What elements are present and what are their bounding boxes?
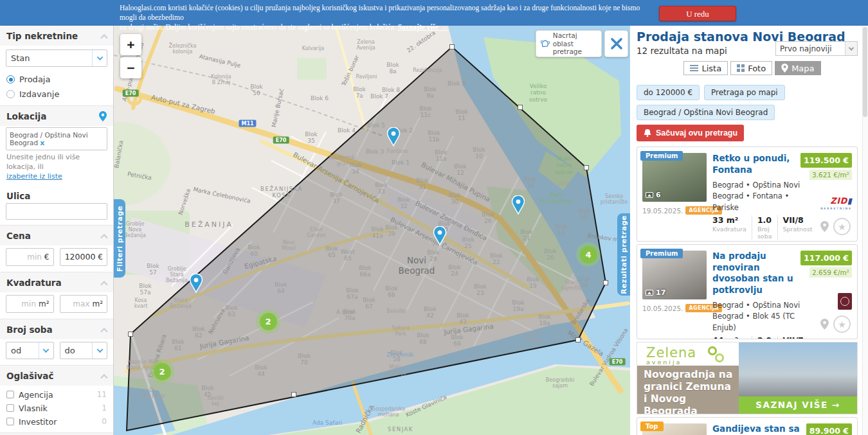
chevron-up-icon [100, 34, 107, 41]
zoom-out-button[interactable]: − [120, 57, 141, 78]
scrollbar-thumb[interactable] [863, 27, 867, 117]
area-max-input[interactable]: max m² [60, 295, 108, 313]
cookie-accept-button[interactable]: U redu [659, 6, 736, 21]
listing-location: Beograd • Opština Novi Beograd • Blok 45… [712, 300, 808, 333]
filters-tab[interactable]: Filteri pretrage [114, 199, 125, 278]
price-badge: 89.900 € [806, 423, 852, 435]
section-cena[interactable]: Cena [0, 225, 113, 245]
chevron-down-icon [92, 342, 107, 359]
listing-card[interactable]: Top Halo Gandijeva stan sa lođom Гандиев… [637, 417, 858, 435]
cookie-text: Halooglasi.com koristi kolačiće (cookies… [120, 3, 653, 32]
remove-tag-icon[interactable]: x [40, 139, 44, 147]
sort-select[interactable]: Prvo najnoviji [775, 41, 858, 56]
ad-logo: Zelena avenija [637, 342, 739, 366]
section-tip-objekta[interactable]: Tip objekta [0, 432, 113, 435]
ad-cta-button[interactable]: SAZNAJ VIŠE → [739, 396, 857, 414]
cluster-marker[interactable]: 4 [576, 242, 601, 267]
listing-card[interactable]: Premium 17 10.05.2025. AGENCIJA Na proda… [637, 244, 858, 339]
save-search-button[interactable]: Sačuvaj ovu pretragu [637, 125, 744, 141]
map-view[interactable]: Železnička kolonijaAtanasija PuljeAuto-p… [114, 26, 630, 435]
promo-badge: Premium [640, 151, 683, 161]
ad-banner[interactable]: Zelena avenija Novogradnja na granici Ze… [637, 342, 858, 414]
listing-title[interactable]: Gandijeva stan sa lođom Гандиева квартир… [712, 423, 808, 435]
price-min-input[interactable]: min € [6, 248, 54, 266]
checkbox[interactable] [6, 391, 14, 398]
map-pin-marker[interactable] [433, 226, 447, 245]
price-badge: 119.500 € [800, 153, 852, 168]
polygon-vertex-handle[interactable] [575, 337, 581, 342]
results-tab[interactable]: Rezultati pretrage [617, 213, 630, 296]
tab-foto[interactable]: Foto [730, 61, 772, 75]
checkbox[interactable] [6, 418, 14, 425]
checkbox-row[interactable]: Investitor0 [0, 415, 113, 429]
location-tag-input[interactable]: Beograd / Opština Novi Beogradx [6, 127, 107, 150]
listing-photo[interactable]: Top Halo [642, 423, 707, 435]
tab-lista[interactable]: Lista [683, 61, 728, 75]
filter-chip[interactable]: Pretraga po mapi [704, 85, 785, 100]
tab-mapa[interactable]: Mapa [775, 61, 820, 75]
choose-from-list-link[interactable]: izaberite iz liste [6, 172, 62, 181]
show-on-map-icon[interactable] [820, 221, 829, 232]
listing-photo[interactable]: Premium 17 [642, 251, 707, 299]
zoom-in-button[interactable]: + [120, 34, 141, 55]
listing-photo[interactable]: Premium 6 [642, 153, 707, 202]
polygon-vertex-handle[interactable] [449, 44, 455, 49]
cluster-marker[interactable]: 2 [150, 359, 174, 384]
listing-title[interactable]: Retko u ponudi, Fontana [712, 153, 808, 175]
section-oglasivac[interactable]: Oglašivač [0, 365, 113, 386]
checkbox[interactable] [6, 404, 14, 412]
spec: 33 m²Kvadratura [712, 215, 752, 240]
spec: 1.0Broj soba [752, 215, 777, 240]
price-max-input[interactable]: 120000 € [60, 248, 108, 266]
checkbox-row[interactable]: Agencija11 [0, 388, 113, 402]
section-broj-soba[interactable]: Broj soba [0, 319, 113, 339]
ad-image: SAZNAJ VIŠE → [739, 342, 857, 414]
listing-date: 10.05.2025. [642, 305, 683, 312]
spec: VII/8Spratnost [777, 215, 818, 240]
show-on-map-icon[interactable] [820, 319, 829, 330]
listing-title[interactable]: Na prodaju renoviran dvosoban stan u pot… [712, 251, 808, 296]
polygon-vertex-handle[interactable] [584, 165, 589, 170]
view-tabs: Lista Foto Mapa [637, 61, 868, 75]
draw-area-button[interactable]: Nacrtaj oblast pretrage [536, 30, 602, 57]
cookie-more-link[interactable]: Saznajte više → [398, 23, 448, 31]
polygon-vertex-handle[interactable] [291, 392, 296, 397]
polygon-vertex-handle[interactable] [603, 280, 608, 285]
rooms-to-select[interactable]: do [60, 342, 108, 359]
section-lokacija[interactable]: Lokacija [0, 105, 113, 126]
listing-date: 19.05.2025. [642, 207, 683, 215]
listing-card[interactable]: Premium 6 19.05.2025. AGENCIJA Retko u p… [637, 146, 858, 242]
filter-chip[interactable]: do 120000 € [637, 85, 700, 100]
polygon-vertex-handle[interactable] [518, 105, 523, 110]
radio-izdavanje[interactable]: Izdavanje [0, 87, 113, 102]
bell-icon [643, 129, 652, 138]
checkbox-row[interactable]: Vlasnik1 [0, 402, 113, 415]
rooms-from-select[interactable]: od [6, 342, 54, 359]
section-kvadratura[interactable]: Kvadratura [0, 272, 113, 292]
cookie-banner: Halooglasi.com koristi kolačiće (cookies… [0, 0, 868, 26]
property-type-select[interactable]: Stan [6, 49, 107, 67]
spec: VII/7Spratnost [777, 335, 818, 339]
scrollbar[interactable] [862, 26, 868, 435]
map-pin-marker[interactable] [386, 127, 401, 146]
listing-photo-column: Premium 6 19.05.2025. AGENCIJA [642, 153, 707, 235]
map-pin-marker[interactable] [511, 195, 525, 215]
cluster-marker[interactable]: 2 [256, 309, 280, 333]
filter-chip[interactable]: Beograd / Opština Novi Beograd [637, 105, 775, 120]
favorite-star-icon[interactable]: ★ [833, 315, 851, 333]
chevron-down-icon [39, 342, 53, 359]
location-help: Unesite jednu ili više lokacija, ili iza… [6, 153, 107, 182]
radio-prodaja[interactable]: Prodaja [0, 72, 113, 87]
street-input[interactable] [6, 203, 107, 220]
filter-chips: do 120000 €Pretraga po mapiBeograd / Opš… [637, 85, 868, 120]
polygon-vertex-handle[interactable] [128, 332, 133, 337]
chevron-up-icon [100, 374, 107, 381]
close-draw-button[interactable] [604, 30, 628, 57]
map-pin-marker[interactable] [189, 274, 203, 293]
area-min-input[interactable]: min m² [6, 295, 54, 313]
section-title: Broj soba [6, 324, 53, 335]
favorite-star-icon[interactable]: ★ [833, 218, 851, 235]
promo-badge: Top [640, 422, 664, 431]
agency-logo: ZID▮NEKRETNINE [820, 194, 852, 210]
section-tip-nekretnine[interactable]: Tip nekretnine [0, 26, 113, 46]
